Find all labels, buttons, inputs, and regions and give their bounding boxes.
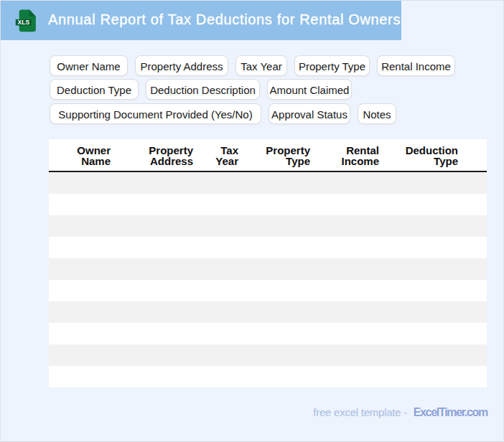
svg-text:XLS: XLS [17, 19, 29, 26]
